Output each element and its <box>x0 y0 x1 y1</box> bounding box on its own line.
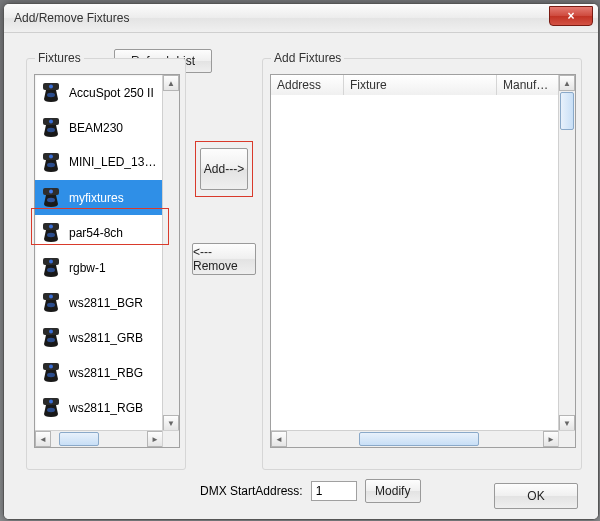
svg-point-10 <box>49 189 53 193</box>
dialog-window: Add/Remove Fixtures × Refresh List Fixtu… <box>3 3 599 520</box>
add-fixtures-group: Add Fixtures Address Fixture Manufact...… <box>262 58 582 470</box>
list-item[interactable]: ws2811_GRB <box>35 320 163 355</box>
scroll-thumb[interactable] <box>59 432 99 446</box>
list-item[interactable]: MINI_LED_13CH摇头 <box>35 145 163 180</box>
modify-button[interactable]: Modify <box>365 479 421 503</box>
add-fixtures-table[interactable]: Address Fixture Manufact... ▲ ▼ ◄ ► <box>270 74 576 448</box>
client-area: Refresh List Fixtures AccuSpot 250 IIBEA… <box>4 33 598 519</box>
svg-point-17 <box>47 267 55 271</box>
fixture-icon <box>39 221 63 245</box>
list-item-label: par54-8ch <box>69 226 123 240</box>
add-fixtures-group-label: Add Fixtures <box>271 51 344 65</box>
fixture-icon <box>39 396 63 420</box>
svg-point-29 <box>47 407 55 411</box>
titlebar: Add/Remove Fixtures × <box>4 4 598 33</box>
list-item[interactable]: rgbw-1 <box>35 250 163 285</box>
list-item-label: ws2811_RBG <box>69 366 143 380</box>
close-icon: × <box>567 9 574 23</box>
svg-point-19 <box>49 294 53 298</box>
list-item[interactable]: par54-8ch <box>35 215 163 250</box>
scroll-down-button[interactable]: ▼ <box>559 415 575 431</box>
scroll-thumb[interactable] <box>560 92 574 130</box>
fixture-column-header[interactable]: Fixture <box>344 75 497 95</box>
svg-point-16 <box>49 259 53 263</box>
svg-point-1 <box>49 84 53 88</box>
list-item-label: AccuSpot 250 II <box>69 86 154 100</box>
fixture-icon <box>39 116 63 140</box>
scroll-right-button[interactable]: ► <box>147 431 163 447</box>
svg-point-26 <box>47 372 55 376</box>
svg-point-22 <box>49 329 53 333</box>
add-button[interactable]: Add---> <box>200 148 248 190</box>
svg-point-25 <box>49 364 53 368</box>
scroll-right-button[interactable]: ► <box>543 431 559 447</box>
scroll-up-button[interactable]: ▲ <box>163 75 179 91</box>
list-item-label: ws2811_GRB <box>69 331 143 345</box>
scroll-thumb[interactable] <box>359 432 479 446</box>
scroll-corner <box>162 430 179 447</box>
list-item[interactable]: ws2811_RGB <box>35 390 163 425</box>
dmx-start-address-row: DMX StartAddress: Modify <box>200 479 421 503</box>
scroll-left-button[interactable]: ◄ <box>271 431 287 447</box>
close-button[interactable]: × <box>549 6 593 26</box>
modify-button-label: Modify <box>375 484 410 498</box>
dmx-start-address-label: DMX StartAddress: <box>200 484 303 498</box>
fixtures-group-label: Fixtures <box>35 51 84 65</box>
fixtures-horizontal-scrollbar[interactable]: ◄ ► <box>35 430 163 447</box>
manufacturer-column-header[interactable]: Manufact... <box>497 75 559 95</box>
fixture-icon <box>39 256 63 280</box>
svg-point-5 <box>47 127 55 131</box>
fixture-icon <box>39 81 63 105</box>
window-title: Add/Remove Fixtures <box>14 11 129 25</box>
scroll-left-button[interactable]: ◄ <box>35 431 51 447</box>
list-item-label: ws2811_RGB <box>69 401 143 415</box>
svg-point-4 <box>49 119 53 123</box>
svg-point-20 <box>47 302 55 306</box>
list-item[interactable]: ws2811_BGR <box>35 285 163 320</box>
table-horizontal-scrollbar[interactable]: ◄ ► <box>271 430 559 447</box>
fixture-icon <box>39 326 63 350</box>
svg-point-13 <box>49 224 53 228</box>
list-item[interactable]: ws2811_RBG <box>35 355 163 390</box>
svg-point-23 <box>47 337 55 341</box>
add-button-label: Add---> <box>204 162 244 176</box>
address-column-header[interactable]: Address <box>271 75 344 95</box>
fixture-icon <box>39 186 63 210</box>
ok-button-label: OK <box>527 489 544 503</box>
fixtures-list-body: AccuSpot 250 IIBEAM230MINI_LED_13CH摇头myf… <box>35 75 163 431</box>
fixture-icon <box>39 361 63 385</box>
ok-button[interactable]: OK <box>494 483 578 509</box>
fixtures-group: Fixtures AccuSpot 250 IIBEAM230MINI_LED_… <box>26 58 186 470</box>
list-item-label: myfixtures <box>69 191 124 205</box>
scroll-down-button[interactable]: ▼ <box>163 415 179 431</box>
table-header-row: Address Fixture Manufact... <box>271 75 559 96</box>
list-item-label: ws2811_BGR <box>69 296 143 310</box>
table-vertical-scrollbar[interactable]: ▲ ▼ <box>558 75 575 431</box>
svg-point-28 <box>49 399 53 403</box>
svg-point-2 <box>47 92 55 96</box>
fixtures-list[interactable]: AccuSpot 250 IIBEAM230MINI_LED_13CH摇头myf… <box>34 74 180 448</box>
scroll-corner <box>558 430 575 447</box>
svg-point-11 <box>47 197 55 201</box>
fixtures-vertical-scrollbar[interactable]: ▲ ▼ <box>162 75 179 431</box>
scroll-up-button[interactable]: ▲ <box>559 75 575 91</box>
svg-point-7 <box>49 154 53 158</box>
remove-button[interactable]: <---Remove <box>192 243 256 275</box>
table-body <box>271 95 559 431</box>
list-item-label: BEAM230 <box>69 121 123 135</box>
remove-button-label: <---Remove <box>193 245 255 273</box>
svg-point-14 <box>47 232 55 236</box>
list-item[interactable]: myfixtures <box>35 180 163 215</box>
list-item[interactable]: BEAM230 <box>35 110 163 145</box>
list-item-label: MINI_LED_13CH摇头 <box>69 154 163 171</box>
fixture-icon <box>39 151 63 175</box>
svg-point-8 <box>47 162 55 166</box>
list-item-label: rgbw-1 <box>69 261 106 275</box>
dmx-start-address-input[interactable] <box>311 481 357 501</box>
list-item[interactable]: AccuSpot 250 II <box>35 75 163 110</box>
fixture-icon <box>39 291 63 315</box>
